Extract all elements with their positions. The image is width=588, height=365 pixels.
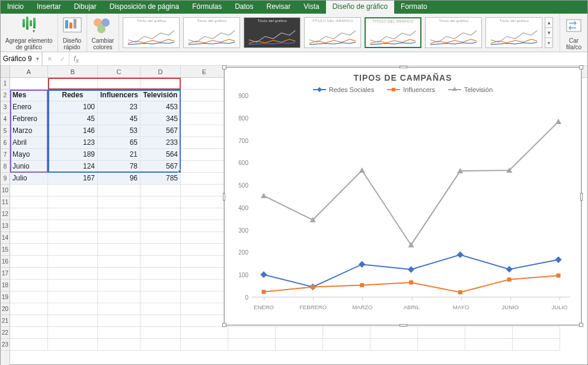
ribbon-tab-dibujar[interactable]: Dibujar: [68, 1, 103, 14]
cell[interactable]: [98, 339, 140, 351]
name-box-dropdown-icon[interactable]: ▾: [34, 53, 42, 65]
cell[interactable]: [10, 232, 48, 244]
cell[interactable]: [98, 78, 140, 90]
cell[interactable]: [370, 339, 418, 351]
cell[interactable]: [181, 303, 228, 315]
row-header[interactable]: 10: [1, 185, 9, 196]
cell[interactable]: [10, 244, 48, 256]
chart-style-thumb[interactable]: TÍTULO DEL GRÁFICO: [365, 17, 421, 48]
add-chart-element-button[interactable]: ▾ Agregar elemento de gráfico: [1, 14, 58, 52]
cell[interactable]: [48, 220, 98, 232]
cell[interactable]: Julio: [10, 173, 48, 185]
cell[interactable]: 167: [48, 173, 98, 185]
cell[interactable]: [181, 113, 228, 125]
fx-icon[interactable]: fx: [69, 52, 83, 65]
row-header[interactable]: 5: [1, 125, 9, 137]
cell[interactable]: [418, 339, 465, 351]
chart-title[interactable]: TIPOS DE CAMPAÑAS: [225, 73, 581, 82]
legend-item[interactable]: Redes Sociales: [313, 86, 374, 93]
cell[interactable]: 567: [140, 161, 181, 173]
cell[interactable]: [181, 78, 228, 90]
cell[interactable]: [98, 220, 140, 232]
cell[interactable]: [98, 280, 140, 291]
row-header[interactable]: 12: [1, 208, 9, 220]
row-header[interactable]: 23: [1, 339, 9, 351]
cell[interactable]: 96: [98, 173, 140, 185]
cell[interactable]: [181, 161, 228, 173]
cell[interactable]: Mes: [10, 90, 48, 101]
column-header[interactable]: C: [98, 66, 140, 77]
legend-item[interactable]: Televisión: [448, 86, 493, 93]
cell[interactable]: [98, 185, 140, 196]
resize-handle[interactable]: [400, 66, 407, 68]
column-header[interactable]: D: [140, 66, 181, 77]
cell[interactable]: [10, 256, 48, 268]
cell[interactable]: 564: [140, 149, 181, 161]
column-header[interactable]: E: [181, 66, 228, 77]
row-header[interactable]: 20: [1, 303, 9, 315]
legend-item[interactable]: Influencers: [387, 86, 435, 93]
embedded-chart[interactable]: TIPOS DE CAMPAÑAS Redes SocialesInfluenc…: [224, 67, 581, 325]
ribbon-tab-formato[interactable]: Formato: [394, 1, 434, 14]
cell[interactable]: 23: [98, 101, 140, 113]
chart-style-thumb[interactable]: Título del gráfico: [183, 17, 240, 48]
cell[interactable]: [140, 303, 181, 315]
resize-handle[interactable]: [400, 324, 407, 326]
cell[interactable]: [48, 339, 98, 351]
cell[interactable]: 233: [140, 137, 181, 149]
cell[interactable]: [181, 339, 228, 351]
cell[interactable]: Mayo: [10, 149, 48, 161]
cell[interactable]: [98, 256, 140, 268]
row-header[interactable]: 4: [1, 113, 9, 125]
cell[interactable]: [418, 327, 465, 339]
cell[interactable]: [513, 339, 560, 351]
cell[interactable]: [10, 185, 48, 196]
cell[interactable]: 189: [48, 149, 98, 161]
row-header[interactable]: 14: [1, 232, 9, 244]
cell[interactable]: [140, 232, 181, 244]
cell[interactable]: [513, 327, 560, 339]
cell[interactable]: [98, 232, 140, 244]
select-all-corner[interactable]: [1, 66, 9, 78]
row-header[interactable]: 18: [1, 280, 9, 291]
cell[interactable]: [181, 291, 228, 303]
cell[interactable]: [181, 196, 228, 208]
cell[interactable]: [48, 256, 98, 268]
cell[interactable]: [140, 256, 181, 268]
cell[interactable]: [48, 208, 98, 220]
cell[interactable]: [140, 78, 181, 90]
cell[interactable]: [10, 220, 48, 232]
resize-handle[interactable]: [579, 65, 583, 69]
cell[interactable]: [181, 149, 228, 161]
cell[interactable]: [98, 208, 140, 220]
cell[interactable]: 345: [140, 113, 181, 125]
cell[interactable]: [181, 268, 228, 280]
cell[interactable]: 53: [98, 125, 140, 137]
cell[interactable]: [48, 291, 98, 303]
cell[interactable]: [465, 327, 513, 339]
cell[interactable]: [140, 196, 181, 208]
row-header[interactable]: 3: [1, 101, 9, 113]
chart-plot-area[interactable]: 0100200300400500600700800900ENEROFEBRERO…: [252, 96, 570, 297]
cell[interactable]: [98, 303, 140, 315]
cell[interactable]: 146: [48, 125, 98, 137]
cell[interactable]: [98, 244, 140, 256]
cell[interactable]: [98, 327, 140, 339]
cell[interactable]: [140, 268, 181, 280]
cell[interactable]: [10, 291, 48, 303]
row-header[interactable]: 11: [1, 196, 9, 208]
cell[interactable]: [140, 280, 181, 291]
row-header[interactable]: 2: [1, 90, 9, 101]
ribbon-tab-insertar[interactable]: Insertar: [30, 1, 68, 14]
cell[interactable]: [98, 268, 140, 280]
ribbon-tab-fórmulas[interactable]: Fórmulas: [186, 1, 228, 14]
cell[interactable]: [323, 339, 370, 351]
ribbon-tab-vista[interactable]: Vista: [297, 1, 325, 14]
cell[interactable]: [10, 208, 48, 220]
switch-row-column-button[interactable]: Car fila/co: [560, 14, 587, 52]
spreadsheet-grid[interactable]: 1234567891011121314151617181920212223 AB…: [1, 66, 587, 365]
cell[interactable]: [228, 339, 276, 351]
cell[interactable]: [48, 244, 98, 256]
cell[interactable]: 45: [48, 113, 98, 125]
row-header[interactable]: 8: [1, 161, 9, 173]
